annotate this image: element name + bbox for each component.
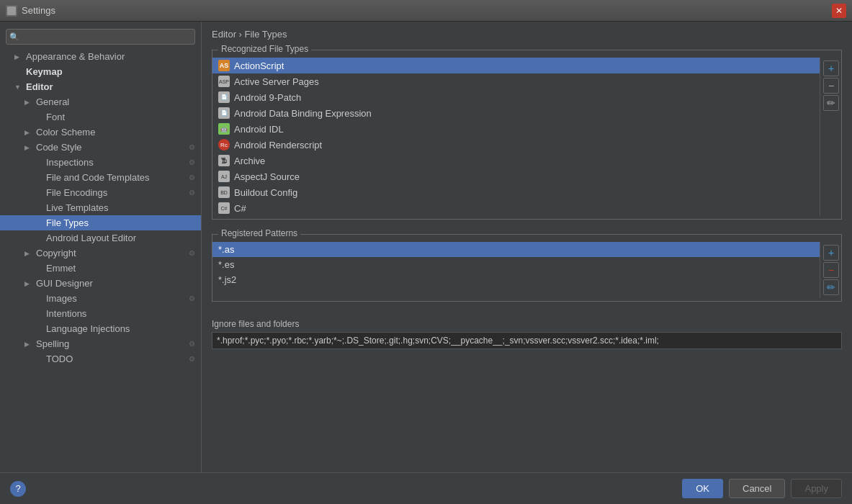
sidebar-item-images[interactable]: Intentions xyxy=(0,306,201,321)
sidebar-item-todo[interactable] xyxy=(0,366,201,378)
close-button[interactable]: ✕ xyxy=(832,4,846,18)
arrow-icon xyxy=(35,325,43,333)
sidebar-item-emmet[interactable]: ▶ GUI Designer xyxy=(0,276,201,291)
sidebar-item-intentions[interactable]: Language Injections xyxy=(0,321,201,336)
ignore-input-wrapper xyxy=(212,332,842,349)
sidebar-item-label: TODO xyxy=(46,354,73,364)
ok-button[interactable]: OK xyxy=(682,479,723,498)
list-item[interactable]: 🤖 Android IDL xyxy=(212,121,820,137)
file-type-icon: BD xyxy=(218,186,230,198)
list-item[interactable]: ASP Active Server Pages xyxy=(212,73,820,89)
arrow-icon xyxy=(35,114,43,121)
arrow-icon xyxy=(35,356,43,363)
svg-rect-0 xyxy=(7,6,16,15)
list-item[interactable]: AS ActionScript xyxy=(212,58,820,73)
sidebar-item-language-injections[interactable]: ▶ Spelling ⚙ xyxy=(0,336,201,351)
sidebar-item-appearance[interactable]: ▶ Appearance & Behavior xyxy=(0,49,201,64)
file-type-label: Android Renderscript xyxy=(234,140,322,150)
pattern-label: *.js2 xyxy=(218,274,236,285)
remove-pattern-button[interactable]: − xyxy=(823,262,839,278)
list-item[interactable]: 📄 Android 9-Patch xyxy=(212,89,820,105)
sidebar-item-label: File Encodings xyxy=(46,187,107,198)
sidebar-item-live-templates[interactable]: Live Templates xyxy=(0,200,201,215)
file-type-label: ActionScript xyxy=(234,60,284,71)
file-type-label: Android IDL xyxy=(234,124,284,135)
pattern-label: *.as xyxy=(218,244,234,255)
file-type-label: Android 9-Patch xyxy=(234,92,301,103)
list-item[interactable]: 📄 Android Data Binding Expression xyxy=(212,105,820,121)
arrow-icon xyxy=(35,265,43,272)
arrow-icon xyxy=(35,310,43,318)
sidebar-item-keymap[interactable]: Keymap xyxy=(0,64,201,79)
sidebar-item-android-data-binding[interactable]: Emmet xyxy=(0,261,201,276)
file-type-icon: AJ xyxy=(218,171,230,182)
pattern-item[interactable]: *.as xyxy=(212,242,820,257)
file-type-icon: ASP xyxy=(218,76,230,87)
dialog-content: 🔍 ▶ Appearance & Behavior Keymap ▼ Edito… xyxy=(0,22,852,472)
title-bar-left: Settings xyxy=(6,5,55,17)
file-type-label: Android Data Binding Expression xyxy=(234,108,372,119)
window-title: Settings xyxy=(22,5,55,16)
sidebar-item-general[interactable]: ▶ General xyxy=(0,94,201,109)
arrow-icon xyxy=(14,68,23,76)
sidebar-item-label: Language Injections xyxy=(46,323,130,334)
file-type-icon: 📄 xyxy=(218,107,230,119)
sidebar-item-inspections[interactable]: Inspections ⚙ xyxy=(0,155,201,170)
file-type-label: C# xyxy=(234,203,246,214)
list-item[interactable]: AJ AspectJ Source xyxy=(212,168,820,184)
sidebar-item-color-scheme[interactable]: ▶ Color Scheme xyxy=(0,125,201,140)
file-type-icon: C# xyxy=(218,202,230,214)
arrow-icon xyxy=(35,159,43,166)
list-item[interactable]: Rc Android Renderscript xyxy=(212,137,820,153)
sidebar-item-code-style[interactable]: ▶ Code Style ⚙ xyxy=(0,140,201,155)
list-item[interactable]: 🗜 Archive xyxy=(212,153,820,168)
dialog-footer: ? OK Cancel Apply xyxy=(0,472,852,504)
file-types-buttons: + − ✏ xyxy=(820,58,841,216)
sidebar-item-gui-designer[interactable]: Images ⚙ xyxy=(0,291,201,306)
remove-file-type-button[interactable]: − xyxy=(823,78,839,94)
arrow-icon: ▶ xyxy=(24,129,33,136)
arrow-icon: ▶ xyxy=(24,144,33,151)
sidebar-item-label: Appearance & Behavior xyxy=(26,51,125,62)
gear-icon: ⚙ xyxy=(189,143,195,151)
arrow-icon xyxy=(35,369,43,376)
ignore-input[interactable] xyxy=(212,332,842,349)
gear-icon: ⚙ xyxy=(189,340,195,348)
ignore-section: Ignore files and folders xyxy=(212,319,842,349)
sidebar-item-editor[interactable]: ▼ Editor xyxy=(0,79,201,94)
pattern-item[interactable]: *.js2 xyxy=(212,272,820,287)
main-content: Editor › File Types Recognized File Type… xyxy=(202,22,852,472)
sidebar-item-label: Color Scheme xyxy=(36,127,95,138)
edit-pattern-button[interactable]: ✏ xyxy=(823,279,839,295)
file-type-label: Archive xyxy=(234,156,265,166)
add-file-type-button[interactable]: + xyxy=(823,60,839,76)
cancel-button[interactable]: Cancel xyxy=(729,479,785,498)
search-input[interactable] xyxy=(6,29,195,45)
apply-button[interactable]: Apply xyxy=(791,479,842,498)
list-item[interactable]: BD Buildout Config xyxy=(212,184,820,200)
file-type-icon: 🗜 xyxy=(218,155,230,166)
title-bar: Settings ✕ xyxy=(0,0,852,22)
settings-window: Settings ✕ 🔍 ▶ Appearance & Behavior Key… xyxy=(0,0,852,504)
arrow-icon xyxy=(35,174,43,181)
pattern-item[interactable]: *.es xyxy=(212,257,820,272)
sidebar-item-android-layout-editor[interactable]: Android Layout Editor xyxy=(0,230,201,246)
sidebar-item-label: Live Templates xyxy=(46,202,108,213)
file-type-icon: AS xyxy=(218,60,230,71)
help-button[interactable]: ? xyxy=(10,481,26,497)
gear-icon: ⚙ xyxy=(189,189,195,197)
sidebar-item-file-types[interactable]: File Types xyxy=(0,215,201,230)
sidebar-item-label: Font xyxy=(46,112,65,122)
add-pattern-button[interactable]: + xyxy=(823,245,839,261)
sidebar-item-copyright[interactable]: ▶ Copyright ⚙ xyxy=(0,246,201,261)
sidebar-item-file-code-templates[interactable]: File and Code Templates ⚙ xyxy=(0,170,201,185)
edit-file-type-button[interactable]: ✏ xyxy=(823,95,839,111)
arrow-icon xyxy=(35,235,43,242)
sidebar-item-label: Copyright xyxy=(36,248,76,258)
sidebar-item-label: File Types xyxy=(46,217,89,228)
sidebar-item-font[interactable]: Font xyxy=(0,109,201,125)
sidebar-item-file-encodings[interactable]: File Encodings ⚙ xyxy=(0,185,201,200)
list-item[interactable]: C# C# xyxy=(212,200,820,216)
file-type-label: AspectJ Source xyxy=(234,171,300,182)
sidebar-item-spelling[interactable]: TODO ⚙ xyxy=(0,351,201,366)
